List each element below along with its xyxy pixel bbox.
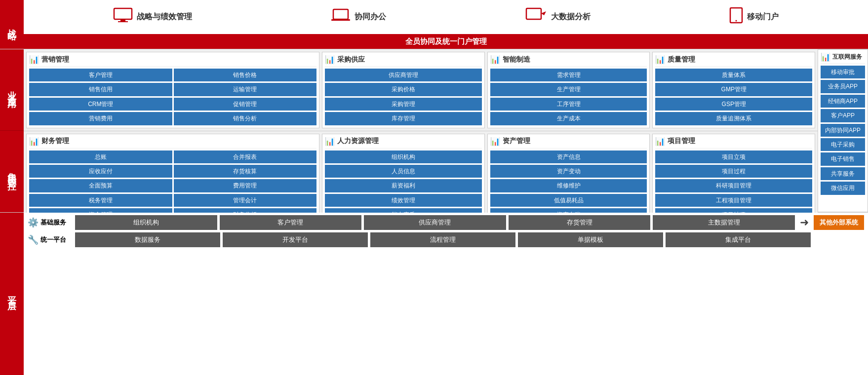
strategy-icons-bar: 战略与绩效管理 协同办公 bbox=[24, 0, 868, 34]
cell-finance-1[interactable]: 合并报表 bbox=[174, 150, 317, 163]
strategy-item-3: 移动门户 bbox=[729, 7, 779, 28]
cell-marketing-6[interactable]: 营销费用 bbox=[29, 112, 172, 125]
hr-cells: 组织机构 人员信息 薪资福利 绩效管理 能力素质 bbox=[325, 150, 482, 222]
module-asset: 📊 资产管理 资产信息 资产变动 维修维护 低值易耗品 资产台账 bbox=[487, 134, 650, 225]
cell-internet-1[interactable]: 业务员APP bbox=[821, 80, 865, 93]
cell-asset-1[interactable]: 资产变动 bbox=[490, 165, 647, 178]
strategy-content: 战略与绩效管理 协同办公 bbox=[24, 0, 868, 49]
module-project: 📊 项目管理 项目立项 项目过程 科研项目管理 工程项目管理 项目结项 bbox=[652, 134, 815, 225]
rows-23: 业务应用 集团管控 📊 营销管理 客户管理 销售价格 销售信用 运输管理 bbox=[0, 49, 868, 213]
platform-row: 平台层 ⚙️ 基础服务 组织机构 客户管理 供应商管理 存货管理 主数据管理 ➜… bbox=[0, 213, 868, 375]
svg-rect-1 bbox=[120, 19, 125, 21]
cell-finance-5[interactable]: 费用管理 bbox=[174, 179, 317, 192]
cell-smart-0[interactable]: 需求管理 bbox=[490, 69, 647, 81]
unified-icon: 🔧 bbox=[28, 234, 39, 245]
cell-internet-8[interactable]: 微信应用 bbox=[821, 182, 865, 194]
hr-icon: 📊 bbox=[325, 137, 335, 146]
cell-finance-0[interactable]: 总账 bbox=[29, 150, 172, 163]
cell-marketing-5[interactable]: 促销管理 bbox=[174, 98, 317, 111]
svg-point-7 bbox=[736, 20, 737, 21]
cell-purchase-0[interactable]: 供应商管理 bbox=[325, 69, 482, 81]
cell-quality-0[interactable]: 质量体系 bbox=[655, 69, 812, 81]
strategy-item-2: 大数据分析 bbox=[525, 7, 591, 27]
module-smart-mfg: 📊 智能制造 需求管理 生产管理 工序管理 生产成本 bbox=[487, 52, 650, 128]
strategy-row: 战略 战略与绩效管理 bbox=[0, 0, 868, 49]
plat-unified-0[interactable]: 数据服务 bbox=[75, 232, 220, 247]
hr-title: 📊 人力资源管理 bbox=[325, 137, 482, 149]
cell-marketing-0[interactable]: 客户管理 bbox=[29, 69, 172, 81]
plat-basic-0[interactable]: 组织机构 bbox=[75, 215, 217, 230]
cell-project-2[interactable]: 科研项目管理 bbox=[655, 179, 812, 192]
module-hr: 📊 人力资源管理 组织机构 人员信息 薪资福利 绩效管理 能力素质 bbox=[322, 134, 485, 225]
cell-quality-3[interactable]: 质量追溯体系 bbox=[655, 112, 812, 125]
svg-rect-0 bbox=[114, 8, 132, 19]
cell-internet-2[interactable]: 经销商APP bbox=[821, 95, 865, 108]
smart-mfg-title-text: 智能制造 bbox=[503, 55, 530, 64]
asset-cells: 资产信息 资产变动 维修维护 低值易耗品 资产台账 bbox=[490, 150, 647, 222]
cell-smart-2[interactable]: 工序管理 bbox=[490, 98, 647, 111]
cell-purchase-3[interactable]: 库存管理 bbox=[325, 112, 482, 125]
cell-internet-5[interactable]: 电子采购 bbox=[821, 138, 865, 151]
cell-project-1[interactable]: 项目过程 bbox=[655, 165, 812, 178]
project-icon: 📊 bbox=[655, 137, 665, 146]
plat-basic-2[interactable]: 供应商管理 bbox=[364, 215, 506, 230]
plat-unified-2[interactable]: 流程管理 bbox=[370, 232, 515, 247]
finance-title: 📊 财务管理 bbox=[29, 137, 316, 149]
purchase-cells: 供应商管理 采购价格 采购管理 库存管理 bbox=[325, 69, 482, 125]
arrow-icon: ➜ bbox=[798, 216, 811, 229]
cell-asset-3[interactable]: 低值易耗品 bbox=[490, 194, 647, 207]
cell-hr-2[interactable]: 薪资福利 bbox=[325, 179, 482, 192]
external-system[interactable]: 其他外部系统 bbox=[814, 215, 864, 230]
cell-marketing-2[interactable]: 销售信用 bbox=[29, 83, 172, 96]
cell-internet-7[interactable]: 共享服务 bbox=[821, 167, 865, 180]
cell-internet-0[interactable]: 移动审批 bbox=[821, 66, 865, 78]
cell-purchase-1[interactable]: 采购价格 bbox=[325, 83, 482, 96]
cell-finance-7[interactable]: 管理会计 bbox=[174, 194, 317, 207]
plat-unified-3[interactable]: 单据模板 bbox=[518, 232, 663, 247]
gear-icon: ⚙️ bbox=[28, 217, 39, 228]
unified-platform-row: 🔧 统一平台 数据服务 开发平台 流程管理 单据模板 集成平台 bbox=[28, 232, 864, 247]
plat-unified-4[interactable]: 集成平台 bbox=[666, 232, 811, 247]
marketing-title: 📊 营销管理 bbox=[29, 55, 316, 67]
plat-unified-1[interactable]: 开发平台 bbox=[223, 232, 368, 247]
cell-asset-2[interactable]: 维修维护 bbox=[490, 179, 647, 192]
cell-smart-3[interactable]: 生产成本 bbox=[490, 112, 647, 125]
cell-quality-1[interactable]: GMP管理 bbox=[655, 83, 812, 96]
module-marketing: 📊 营销管理 客户管理 销售价格 销售信用 运输管理 CRM管理 促销管理 营销… bbox=[26, 52, 319, 128]
cell-purchase-2[interactable]: 采购管理 bbox=[325, 98, 482, 111]
cell-marketing-3[interactable]: 运输管理 bbox=[174, 83, 317, 96]
cell-finance-6[interactable]: 税务管理 bbox=[29, 194, 172, 207]
cell-marketing-4[interactable]: CRM管理 bbox=[29, 98, 172, 111]
cell-internet-4[interactable]: 内部协同APP bbox=[821, 124, 865, 137]
marketing-icon: 📊 bbox=[29, 55, 39, 64]
cell-hr-3[interactable]: 绩效管理 bbox=[325, 194, 482, 207]
cell-marketing-1[interactable]: 销售价格 bbox=[174, 69, 317, 81]
unified-service-label: 🔧 统一平台 bbox=[28, 234, 72, 245]
cell-hr-0[interactable]: 组织机构 bbox=[325, 150, 482, 163]
cell-marketing-7[interactable]: 销售分析 bbox=[174, 112, 317, 125]
cell-internet-6[interactable]: 电子销售 bbox=[821, 152, 865, 165]
smart-mfg-title: 📊 智能制造 bbox=[490, 55, 647, 67]
strategy-item-0: 战略与绩效管理 bbox=[113, 7, 192, 27]
cell-smart-1[interactable]: 生产管理 bbox=[490, 83, 647, 96]
internet-cells: 移动审批 业务员APP 经销商APP 客户APP 内部协同APP 电子采购 电子… bbox=[821, 66, 865, 209]
cell-internet-3[interactable]: 客户APP bbox=[821, 109, 865, 122]
marketing-title-text: 营销管理 bbox=[41, 55, 69, 64]
svg-rect-3 bbox=[333, 9, 348, 19]
basic-service-row: ⚙️ 基础服务 组织机构 客户管理 供应商管理 存货管理 主数据管理 ➜ 其他外… bbox=[28, 215, 864, 230]
cell-project-0[interactable]: 项目立项 bbox=[655, 150, 812, 163]
plat-basic-3[interactable]: 存货管理 bbox=[509, 215, 651, 230]
plat-basic-1[interactable]: 客户管理 bbox=[220, 215, 362, 230]
cell-project-3[interactable]: 工程项目管理 bbox=[655, 194, 812, 207]
cell-finance-4[interactable]: 全面预算 bbox=[29, 179, 172, 192]
cell-finance-2[interactable]: 应收应付 bbox=[29, 165, 172, 178]
basic-label-text: 基础服务 bbox=[40, 218, 66, 227]
strategy-item-1-text: 协同办公 bbox=[355, 12, 386, 22]
cell-quality-2[interactable]: GSP管理 bbox=[655, 98, 812, 111]
cell-finance-3[interactable]: 存货核算 bbox=[174, 165, 317, 178]
plat-basic-4[interactable]: 主数据管理 bbox=[653, 215, 795, 230]
cell-hr-1[interactable]: 人员信息 bbox=[325, 165, 482, 178]
internet-services: 📊 互联网服务 移动审批 业务员APP 经销商APP 客户APP 内部协同APP… bbox=[818, 49, 868, 212]
left-labels: 业务应用 集团管控 bbox=[0, 49, 24, 212]
cell-asset-0[interactable]: 资产信息 bbox=[490, 150, 647, 163]
